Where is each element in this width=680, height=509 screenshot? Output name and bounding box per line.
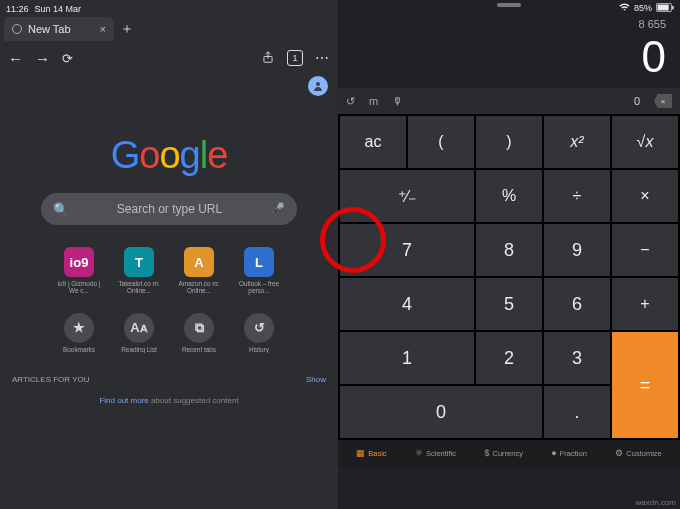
shortcut-tile[interactable]: io9 io9 | Gizmodo | We c... (56, 247, 102, 295)
history-button[interactable]: ↺ History (236, 313, 282, 353)
share-icon[interactable] (261, 50, 275, 67)
shortcut-tile[interactable]: T Takealot.co m: Online... (116, 247, 162, 295)
reading-list-icon: Aᴀ (124, 313, 154, 343)
key-multiply[interactable]: × (612, 170, 678, 222)
google-logo: Google (111, 134, 228, 177)
key-close-paren[interactable]: ) (476, 116, 542, 168)
key-sqrt[interactable]: √x (612, 116, 678, 168)
globe-icon (12, 24, 22, 34)
overflow-menu-icon[interactable]: ⋯ (315, 50, 330, 66)
bookmarks-button[interactable]: ★ Bookmarks (56, 313, 102, 353)
calc-display: 0 (338, 32, 680, 88)
calc-keypad: ac ( ) x² √x ⁺∕₋ % ÷ × 7 8 9 − 4 5 6 + 1… (338, 114, 680, 440)
recent-tabs-button[interactable]: ⧉ Recent tabs (176, 313, 222, 353)
shortcuts-grid: io9 io9 | Gizmodo | We c... T Takealot.c… (56, 247, 282, 353)
shortcut-tile[interactable]: A Amazon.co m: Online... (176, 247, 222, 295)
mode-scientific[interactable]: ⚛Scientific (415, 448, 456, 458)
input-current: 0 (634, 95, 640, 107)
battery-icon (656, 3, 674, 14)
watermark: waxdn.com (636, 498, 676, 507)
key-divide[interactable]: ÷ (544, 170, 610, 222)
history-icon: ↺ (244, 313, 274, 343)
customize-icon: ⚙ (615, 448, 623, 458)
find-out-more-link[interactable]: Find out more (99, 396, 148, 405)
key-2[interactable]: 2 (476, 332, 542, 384)
key-6[interactable]: 6 (544, 278, 610, 330)
status-time: 11:26 (6, 4, 29, 14)
recent-tabs-icon: ⧉ (184, 313, 214, 343)
svg-point-1 (316, 82, 320, 86)
shortcut-icon: io9 (64, 247, 94, 277)
reload-button[interactable]: ⟳ (62, 51, 73, 66)
svg-rect-4 (672, 5, 674, 9)
calculator-pane: 85% 8 655 0 ↺ m 🎙 0 × ac ( ) x² √x ⁺∕₋ %… (338, 0, 680, 509)
memory-icon[interactable]: m (369, 95, 378, 107)
key-8[interactable]: 8 (476, 224, 542, 276)
calc-input-row: ↺ m 🎙 0 × (338, 88, 680, 114)
key-open-paren[interactable]: ( (408, 116, 474, 168)
browser-tab[interactable]: New Tab × (4, 17, 114, 41)
key-4[interactable]: 4 (340, 278, 474, 330)
shortcut-label: io9 | Gizmodo | We c... (55, 280, 103, 295)
quick-action-label: History (235, 346, 283, 353)
key-7[interactable]: 7 (340, 224, 474, 276)
tab-title: New Tab (28, 23, 71, 35)
shortcut-label: Outlook – free perso... (235, 280, 283, 295)
key-minus[interactable]: − (612, 224, 678, 276)
battery-percent: 85% (634, 3, 652, 13)
wifi-icon (619, 3, 630, 13)
key-9[interactable]: 9 (544, 224, 610, 276)
key-square[interactable]: x² (544, 116, 610, 168)
close-tab-icon[interactable]: × (100, 23, 106, 35)
mode-currency[interactable]: $Currency (484, 448, 522, 458)
key-ac[interactable]: ac (340, 116, 406, 168)
mode-basic[interactable]: ▦Basic (356, 448, 386, 458)
key-equals[interactable]: = (612, 332, 678, 438)
forward-button[interactable]: → (35, 50, 50, 67)
voice-input-icon[interactable]: 🎙 (392, 95, 403, 107)
key-1[interactable]: 1 (340, 332, 474, 384)
suggested-content-hint: Find out more about suggested content (99, 396, 238, 405)
star-icon: ★ (64, 313, 94, 343)
shortcut-label: Amazon.co m: Online... (175, 280, 223, 295)
articles-header: ARTICLES FOR YOU Show (0, 375, 338, 384)
key-decimal[interactable]: . (544, 386, 610, 438)
articles-label: ARTICLES FOR YOU (12, 375, 90, 384)
mode-customize[interactable]: ⚙Customize (615, 448, 661, 458)
tabs-switcher[interactable]: 1 (287, 50, 303, 66)
quick-action-label: Recent tabs (175, 346, 223, 353)
search-bar[interactable]: 🔍 Search or type URL 🎤 (41, 193, 297, 225)
show-articles-link[interactable]: Show (306, 375, 326, 384)
quick-action-label: Reading List (115, 346, 163, 353)
basic-icon: ▦ (356, 448, 365, 458)
search-icon: 🔍 (53, 202, 69, 217)
key-0[interactable]: 0 (340, 386, 542, 438)
history-icon[interactable]: ↺ (346, 95, 355, 108)
shortcut-tile[interactable]: L Outlook – free perso... (236, 247, 282, 295)
key-3[interactable]: 3 (544, 332, 610, 384)
key-5[interactable]: 5 (476, 278, 542, 330)
currency-icon: $ (484, 448, 489, 458)
status-date: Sun 14 Mar (35, 4, 82, 14)
reading-list-button[interactable]: Aᴀ Reading List (116, 313, 162, 353)
key-plus[interactable]: + (612, 278, 678, 330)
browser-toolbar: ← → ⟳ 1 ⋯ (0, 42, 338, 74)
key-plus-minus[interactable]: ⁺∕₋ (340, 170, 474, 222)
status-bar-right: 85% (338, 0, 680, 14)
shortcut-icon: A (184, 247, 214, 277)
profile-avatar[interactable] (308, 76, 328, 96)
svg-rect-3 (658, 4, 669, 10)
voice-search-icon[interactable]: 🎤 (270, 202, 285, 216)
tab-strip: New Tab × ＋ (0, 16, 338, 42)
back-button[interactable]: ← (8, 50, 23, 67)
shortcut-label: Takealot.co m: Online... (115, 280, 163, 295)
new-tab-content: Google 🔍 Search or type URL 🎤 io9 io9 | … (0, 100, 338, 509)
chrome-pane: 11:26 Sun 14 Mar New Tab × ＋ ← → ⟳ 1 ⋯ (0, 0, 338, 509)
shortcut-icon: L (244, 247, 274, 277)
backspace-button[interactable]: × (654, 94, 672, 108)
scientific-icon: ⚛ (415, 448, 423, 458)
fraction-icon: ● (551, 448, 556, 458)
mode-fraction[interactable]: ●Fraction (551, 448, 587, 458)
new-tab-button[interactable]: ＋ (120, 20, 134, 38)
key-percent[interactable]: % (476, 170, 542, 222)
